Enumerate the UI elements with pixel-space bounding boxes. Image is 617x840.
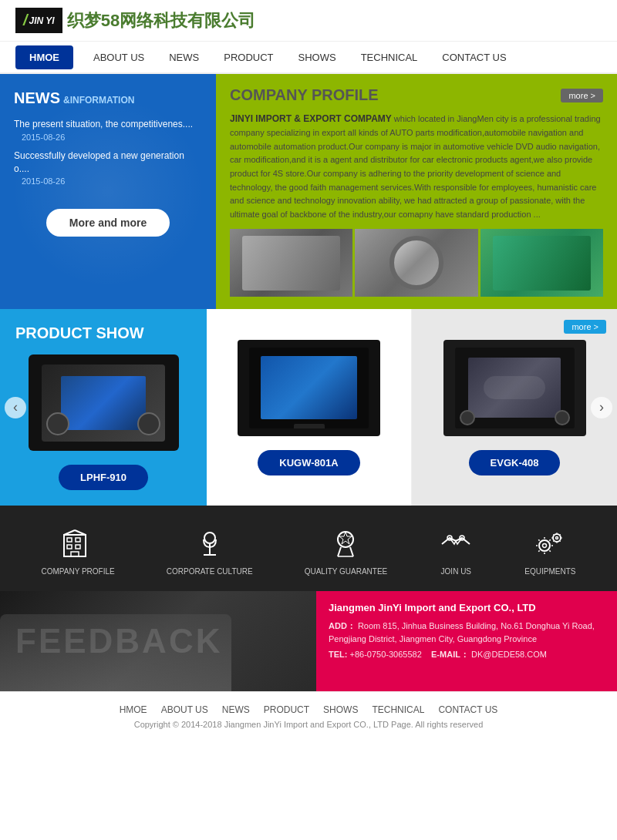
nav-home-button[interactable]: HMOE [15, 45, 73, 69]
nav-news-item[interactable]: NEWS [157, 45, 211, 69]
news-item-2-date: 2015-08-26 [22, 176, 202, 186]
svg-point-19 [553, 534, 561, 542]
company-name: 织梦58网络科技有限公司 [67, 9, 255, 32]
arrow-left-button[interactable]: ‹ [5, 397, 26, 418]
contact-add-value: Room 815, Jinhua Business Building, No.6… [329, 621, 595, 643]
bottom-nav-shows[interactable]: SHOWS [323, 704, 358, 715]
logo-box: / JIN YI [15, 8, 62, 33]
contact-add-label: ADD： [329, 621, 356, 630]
cp-image-3 [480, 229, 603, 297]
product-1-label-button[interactable]: LPHF-910 [59, 465, 148, 490]
logo-brand: JIN YI [29, 15, 55, 26]
feedback-area: FEEDBACK [0, 591, 316, 691]
cp-image-2 [355, 229, 477, 297]
news-item-1[interactable]: The present situation, the competitivene… [14, 118, 202, 142]
svg-rect-2 [76, 538, 80, 542]
nav-about-item[interactable]: ABOUT US [81, 45, 157, 69]
bottom-nav-about[interactable]: ABOUT US [161, 704, 208, 715]
cp-company-name: JINYI IMPORT & EXPORT COMPAMY [230, 113, 392, 124]
product-more-button[interactable]: more > [564, 320, 606, 334]
footer-item-join-us-label: JOIN US [441, 567, 471, 576]
footer-item-company-profile[interactable]: COMPANY PROFILE [42, 527, 115, 576]
microphone-icon [193, 527, 227, 561]
main-content-grid: NEWS&INFORMATION The present situation, … [0, 74, 617, 309]
footer-item-quality-guarantee[interactable]: QUALITY GUARANTEE [305, 527, 388, 576]
cp-description: which located in JiangMen city is a prof… [230, 114, 601, 219]
more-and-more-button[interactable]: More and more [46, 209, 170, 237]
product-2-image [238, 340, 380, 436]
copyright-text: Copyright © 2014-2018 Jiangmen JinYi Imp… [15, 720, 602, 729]
svg-point-8 [204, 533, 215, 543]
svg-point-20 [556, 537, 558, 539]
footer-item-corporate-culture-label: CORPORATE CULTURE [167, 567, 253, 576]
nav-shows-item[interactable]: SHOWS [286, 45, 349, 69]
bottom-nav: HMOE ABOUT US NEWS PRODUCT SHOWS TECHNIC… [15, 704, 602, 715]
product-show-title: PRODUCT SHOW [15, 324, 144, 342]
product-3-image [443, 340, 586, 436]
svg-point-18 [543, 544, 547, 548]
product-left-panel: PRODUCT SHOW LPHF-910 [0, 309, 207, 506]
contact-company-name: Jiangmen JinYi Import and Export CO., LT… [329, 602, 605, 613]
bottom-section: FEEDBACK Jiangmen JinYi Import and Expor… [0, 591, 617, 691]
company-profile-section: COMPANY PROFILE more > JINYI IMPORT & EX… [216, 74, 617, 309]
cp-more-button[interactable]: more > [561, 89, 603, 102]
bottom-footer: HMOE ABOUT US NEWS PRODUCT SHOWS TECHNIC… [0, 691, 617, 741]
logo-slash-icon: / [23, 12, 28, 29]
contact-tel-value: +86-0750-3065582 [350, 650, 422, 659]
bottom-nav-contact[interactable]: CONTACT US [438, 704, 497, 715]
contact-area: Jiangmen JinYi Import and Export CO., LT… [316, 591, 617, 691]
bottom-nav-product[interactable]: PRODUCT [264, 704, 309, 715]
product-2-label-button[interactable]: KUGW-801A [258, 450, 359, 475]
bottom-nav-home[interactable]: HMOE [120, 704, 147, 715]
product-3-label-button[interactable]: EVGK-408 [469, 450, 561, 475]
news-section-title: NEWS&INFORMATION [14, 89, 202, 107]
contact-tel-label: TEL: [329, 650, 347, 659]
arrow-right-button[interactable]: › [591, 397, 612, 418]
building-icon [61, 527, 95, 561]
news-item-1-date: 2015-08-26 [22, 133, 202, 142]
nav-product-item[interactable]: PRODUCT [211, 45, 285, 69]
product-right-panel: more > EVGK-408 [412, 309, 617, 506]
footer-item-quality-guarantee-label: QUALITY GUARANTEE [305, 567, 388, 576]
footer-icons-section: COMPANY PROFILE CORPORATE CULTURE QUALIT… [0, 506, 617, 591]
navigation: HMOE ABOUT US NEWS PRODUCT SHOWS TECHNIC… [0, 42, 617, 74]
news-section: NEWS&INFORMATION The present situation, … [0, 74, 216, 309]
svg-rect-3 [67, 545, 72, 549]
bottom-nav-news[interactable]: NEWS [222, 704, 250, 715]
svg-line-12 [338, 547, 341, 556]
footer-item-equipments-label: EQUIPMENTS [524, 567, 575, 576]
product-mid-panel: KUGW-801A [207, 309, 412, 506]
product-1-image [29, 354, 179, 451]
feedback-text: FEEDBACK [0, 622, 222, 660]
handshake-icon [439, 527, 473, 561]
news-item-2[interactable]: Successfully developed a new generation … [14, 150, 202, 186]
product-show-section: ‹ › PRODUCT SHOW LPHF-910 KUGW-801A more… [0, 309, 617, 506]
contact-tel-email: TEL: +86-0750-3065582 E-MAIL： DK@DEDE58.… [329, 649, 605, 660]
footer-item-equipments[interactable]: EQUIPMENTS [524, 527, 575, 576]
nav-contact-item[interactable]: CONTACT US [430, 45, 518, 69]
cp-image-1 [230, 229, 352, 297]
svg-point-11 [338, 532, 353, 547]
nav-technical-item[interactable]: TECHNICAL [349, 45, 430, 69]
footer-item-corporate-culture[interactable]: CORPORATE CULTURE [167, 527, 253, 576]
svg-line-13 [350, 547, 353, 556]
contact-address: ADD： Room 815, Jinhua Business Building,… [329, 620, 605, 645]
news-item-2-title: Successfully developed a new generation … [14, 150, 202, 176]
cp-images-row [230, 229, 603, 297]
news-item-1-title: The present situation, the competitivene… [14, 118, 202, 131]
cp-body: JINYI IMPORT & EXPORT COMPAMY which loca… [230, 112, 603, 221]
logo-area: / JIN YI 织梦58网络科技有限公司 [15, 8, 255, 33]
svg-rect-1 [67, 538, 72, 542]
header: / JIN YI 织梦58网络科技有限公司 [0, 0, 617, 42]
bottom-nav-technical[interactable]: TECHNICAL [372, 704, 424, 715]
contact-email-value: DK@DEDE58.COM [471, 650, 547, 659]
svg-point-17 [539, 540, 550, 551]
cp-header: COMPANY PROFILE more > [230, 86, 603, 104]
contact-email-label: E-MAIL： [431, 650, 469, 659]
footer-item-company-profile-label: COMPANY PROFILE [42, 567, 115, 576]
footer-item-join-us[interactable]: JOIN US [439, 527, 473, 576]
svg-rect-4 [76, 545, 80, 549]
gear-icon [531, 527, 569, 561]
cp-title: COMPANY PROFILE [230, 86, 379, 104]
award-icon [329, 527, 362, 561]
